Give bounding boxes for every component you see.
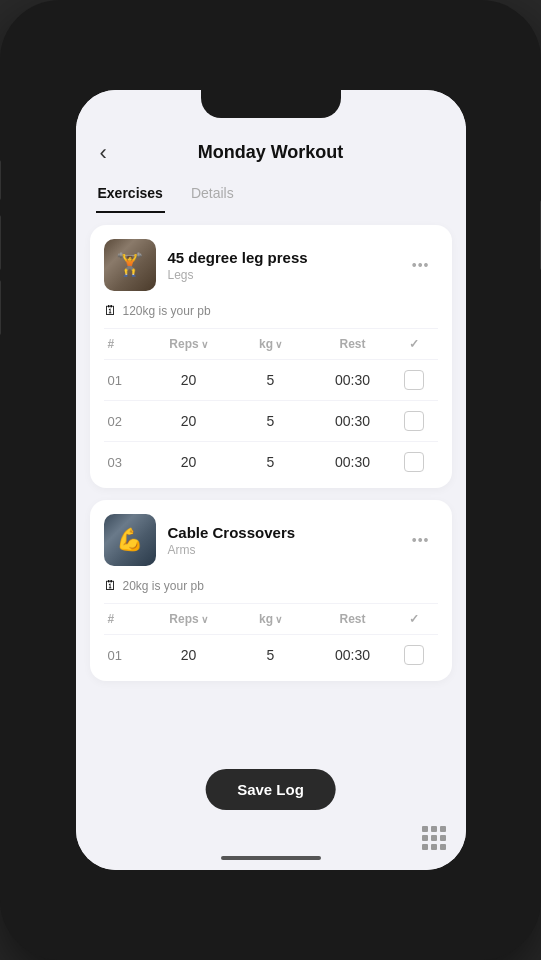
exercise-name-2: Cable Crossovers — [168, 524, 296, 541]
reps-arrow-2: ∨ — [201, 614, 208, 625]
set-check-2-1 — [394, 645, 434, 665]
kg-arrow-2: ∨ — [275, 614, 282, 625]
set-kg-1-1: 5 — [230, 372, 312, 388]
page-title: Monday Workout — [198, 142, 344, 163]
phone-frame: ‹ Monday Workout Exercises Details 45 de… — [0, 0, 541, 960]
table-header-2: # Reps ∨ kg ∨ Rest ✓ — [104, 604, 438, 635]
more-button-1[interactable] — [404, 253, 438, 277]
pb-text-1: 120kg is your pb — [123, 304, 211, 318]
set-reps-1-1: 20 — [148, 372, 230, 388]
th-kg-2[interactable]: kg ∨ — [230, 612, 312, 626]
exercise-info-2: Cable Crossovers Arms — [104, 514, 296, 566]
tab-exercises[interactable]: Exercises — [96, 179, 165, 213]
dot-9 — [440, 844, 446, 850]
th-reps-2[interactable]: Reps ∨ — [148, 612, 230, 626]
exercise-category-1: Legs — [168, 268, 308, 282]
exercise-info-1: 45 degree leg press Legs — [104, 239, 308, 291]
exercise-name-1: 45 degree leg press — [168, 249, 308, 266]
exercise-header-2: Cable Crossovers Arms — [104, 514, 438, 566]
home-indicator — [221, 856, 321, 860]
notch — [201, 90, 341, 118]
set-num-1-1: 01 — [108, 373, 148, 388]
volume-down-button — [0, 280, 1, 335]
th-reps-1[interactable]: Reps ∨ — [148, 337, 230, 351]
dot-8 — [431, 844, 437, 850]
th-kg-1[interactable]: kg ∨ — [230, 337, 312, 351]
exercise-card-1: 45 degree leg press Legs 🗓 120kg is your… — [90, 225, 452, 488]
header: ‹ Monday Workout — [76, 126, 466, 171]
set-check-1-3 — [394, 452, 434, 472]
set-rest-1-3: 00:30 — [312, 454, 394, 470]
exercise-header-1: 45 degree leg press Legs — [104, 239, 438, 291]
set-num-2-1: 01 — [108, 648, 148, 663]
checkbox-1-1[interactable] — [404, 370, 424, 390]
volume-up-button — [0, 215, 1, 270]
set-kg-2-1: 5 — [230, 647, 312, 663]
exercise-thumbnail-2 — [104, 514, 156, 566]
dot-3 — [440, 826, 446, 832]
pb-text-2: 20kg is your pb — [123, 579, 204, 593]
sets-table-2: # Reps ∨ kg ∨ Rest ✓ 01 — [104, 604, 438, 675]
table-header-1: # Reps ∨ kg ∨ Rest ✓ — [104, 329, 438, 360]
set-row-2-1: 01 20 5 00:30 — [104, 635, 438, 675]
th-check-2: ✓ — [394, 612, 434, 626]
kg-arrow-1: ∨ — [275, 339, 282, 350]
pb-row-1: 🗓 120kg is your pb — [104, 299, 438, 329]
pb-icon-1: 🗓 — [104, 303, 117, 318]
set-reps-1-3: 20 — [148, 454, 230, 470]
sets-table-1: # Reps ∨ kg ∨ Rest ✓ 01 — [104, 329, 438, 482]
set-num-1-2: 02 — [108, 414, 148, 429]
set-row-1-1: 01 20 5 00:30 — [104, 360, 438, 401]
checkbox-2-1[interactable] — [404, 645, 424, 665]
exercise-name-group-1: 45 degree leg press Legs — [168, 249, 308, 282]
set-num-1-3: 03 — [108, 455, 148, 470]
phone-screen: ‹ Monday Workout Exercises Details 45 de… — [76, 90, 466, 870]
set-check-1-2 — [394, 411, 434, 431]
set-kg-1-3: 5 — [230, 454, 312, 470]
more-button-2[interactable] — [404, 528, 438, 552]
save-log-button[interactable]: Save Log — [205, 769, 336, 810]
back-button[interactable]: ‹ — [96, 136, 111, 170]
dots-grid — [422, 826, 446, 850]
th-rest-2: Rest — [312, 612, 394, 626]
dot-1 — [422, 826, 428, 832]
checkbox-1-3[interactable] — [404, 452, 424, 472]
set-reps-1-2: 20 — [148, 413, 230, 429]
tabs-bar: Exercises Details — [76, 171, 466, 213]
dot-4 — [422, 835, 428, 841]
tab-details[interactable]: Details — [189, 179, 236, 213]
set-reps-2-1: 20 — [148, 647, 230, 663]
th-check-1: ✓ — [394, 337, 434, 351]
set-rest-1-1: 00:30 — [312, 372, 394, 388]
exercise-thumbnail-1 — [104, 239, 156, 291]
exercise-name-group-2: Cable Crossovers Arms — [168, 524, 296, 557]
dot-2 — [431, 826, 437, 832]
dot-7 — [422, 844, 428, 850]
pb-icon-2: 🗓 — [104, 578, 117, 593]
grid-dots — [422, 826, 446, 850]
pb-row-2: 🗓 20kg is your pb — [104, 574, 438, 604]
set-row-1-3: 03 20 5 00:30 — [104, 442, 438, 482]
set-rest-2-1: 00:30 — [312, 647, 394, 663]
screen-content: ‹ Monday Workout Exercises Details 45 de… — [76, 90, 466, 870]
set-rest-1-2: 00:30 — [312, 413, 394, 429]
exercise-category-2: Arms — [168, 543, 296, 557]
dot-6 — [440, 835, 446, 841]
silent-button — [0, 160, 1, 200]
set-check-1-1 — [394, 370, 434, 390]
exercise-card-2: Cable Crossovers Arms 🗓 20kg is your pb … — [90, 500, 452, 681]
set-kg-1-2: 5 — [230, 413, 312, 429]
reps-arrow-1: ∨ — [201, 339, 208, 350]
th-rest-1: Rest — [312, 337, 394, 351]
dot-5 — [431, 835, 437, 841]
checkbox-1-2[interactable] — [404, 411, 424, 431]
th-num-1: # — [108, 337, 148, 351]
th-num-2: # — [108, 612, 148, 626]
set-row-1-2: 02 20 5 00:30 — [104, 401, 438, 442]
